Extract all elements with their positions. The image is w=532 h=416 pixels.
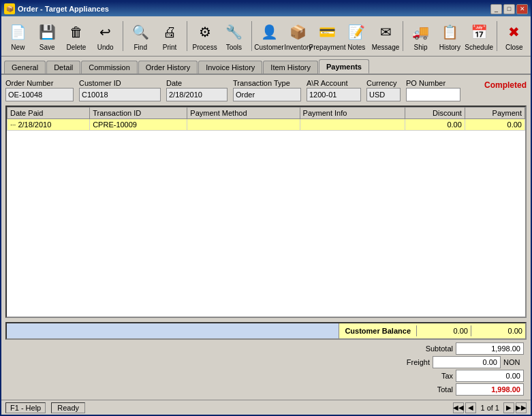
close-label: Close [505, 44, 523, 51]
prepayment-label: Prepayment [309, 44, 346, 51]
cell-date-paid-value: 2/18/2010 [18, 121, 51, 129]
total-input[interactable] [456, 383, 524, 396]
transaction-type-input[interactable] [233, 88, 301, 101]
process-button[interactable]: ⚙ Process [191, 18, 219, 54]
schedule-icon: 📅 [468, 21, 490, 43]
schedule-label: Schedule [465, 44, 493, 51]
subtotal-label: Subtotal [412, 345, 453, 353]
inventory-button[interactable]: 📦 Inventory [284, 18, 312, 54]
tax-input[interactable] [456, 370, 524, 382]
tab-detail[interactable]: Detail [46, 61, 80, 74]
notes-button[interactable]: 📝 Notes [343, 18, 371, 54]
form-labels-row: Order Number Customer ID Date Transactio… [5, 79, 478, 101]
undo-icon: ↩ [95, 21, 116, 43]
message-button[interactable]: ✉ Message [372, 18, 400, 54]
customer-id-input[interactable] [79, 88, 161, 101]
main-content: Order Number Customer ID Date Transactio… [1, 74, 531, 400]
prepayment-button[interactable]: 💳 Prepayment [313, 18, 341, 54]
window-close-button[interactable]: ✕ [516, 4, 528, 14]
ar-account-label: A\R Account [307, 79, 361, 87]
payments-table: Date Paid Transaction ID Payment Method … [7, 107, 525, 131]
tab-item-history[interactable]: Item History [263, 61, 318, 74]
summary-area: Subtotal Freight NON Tax Total [5, 342, 527, 396]
new-icon: 📄 [7, 21, 29, 43]
tools-label: Tools [226, 44, 242, 51]
cell-payment-info [300, 119, 405, 131]
delete-button[interactable]: 🗑 Delete [63, 18, 91, 54]
currency-group: Currency [366, 79, 401, 101]
po-number-label: PO Number [406, 79, 460, 87]
footer-area: Customer Balance 0.00 0.00 Subtotal Frei… [5, 322, 527, 396]
tools-button[interactable]: 🔧 Tools [220, 18, 248, 54]
tab-commission[interactable]: Commission [81, 61, 138, 74]
find-icon: 🔍 [129, 21, 151, 43]
customer-button[interactable]: 👤 Customer [255, 18, 283, 54]
history-button[interactable]: 📋 History [436, 18, 464, 54]
tab-order-history[interactable]: Order History [138, 61, 198, 74]
status-bar: F1 - Help Ready ◀◀ ◀ 1 of 1 ▶ ▶▶ [1, 400, 531, 415]
window-title: Order - Target Appliances [18, 5, 109, 13]
transaction-type-label: Transaction Type [233, 79, 301, 87]
tab-payments[interactable]: Payments [319, 59, 369, 74]
tab-invoice-history[interactable]: Invoice History [198, 61, 262, 74]
toolbar-sep-4 [403, 21, 403, 51]
delete-icon: 🗑 [65, 21, 87, 43]
po-number-input[interactable] [406, 88, 460, 101]
tab-general[interactable]: General [4, 61, 46, 74]
balance-scrollbar[interactable] [7, 323, 339, 338]
close-icon: ✖ [503, 21, 525, 43]
freight-input[interactable] [433, 356, 501, 368]
maximize-button[interactable]: □ [503, 4, 515, 14]
new-button[interactable]: 📄 New [4, 18, 32, 54]
order-number-label: Order Number [5, 79, 74, 87]
ship-icon: 🚚 [410, 21, 432, 43]
table-row[interactable]: ··· 2/18/2010 CPRE-10009 0.00 0.00 [7, 119, 525, 131]
toolbar-sep-3 [251, 21, 252, 51]
find-button[interactable]: 🔍 Find [127, 18, 155, 54]
save-icon: 💾 [36, 21, 58, 43]
nav-prev-button[interactable]: ◀ [465, 402, 476, 413]
customer-id-group: Customer ID [79, 79, 161, 101]
toolbar: 📄 New 💾 Save 🗑 Delete ↩ Undo 🔍 Find 🖨 Pr… [1, 16, 531, 57]
col-payment: Payment [465, 108, 525, 119]
message-icon: ✉ [375, 21, 396, 43]
notes-label: Notes [347, 44, 365, 51]
col-payment-info: Payment Info [300, 108, 405, 119]
minimize-button[interactable]: _ [490, 4, 502, 14]
po-number-group: PO Number [406, 79, 460, 101]
status-text: Ready [51, 402, 85, 413]
print-label: Print [163, 44, 177, 51]
ship-button[interactable]: 🚚 Ship [407, 18, 435, 54]
currency-input[interactable] [366, 88, 401, 101]
help-text: F1 - Help [5, 402, 46, 413]
tools-icon: 🔧 [223, 21, 245, 43]
new-label: New [11, 44, 25, 51]
order-number-input[interactable] [5, 88, 74, 101]
save-button[interactable]: 💾 Save [33, 18, 61, 54]
toolbar-sep-2 [187, 21, 187, 51]
subtotal-row: Subtotal [412, 342, 524, 355]
balance-value-2: 0.00 [471, 325, 525, 336]
nav-next-button[interactable]: ▶ [503, 402, 514, 413]
customer-balance-row: Customer Balance 0.00 0.00 [5, 322, 527, 340]
print-button[interactable]: 🖨 Print [156, 18, 184, 54]
toolbar-sep-5 [497, 21, 497, 51]
nav-last-button[interactable]: ▶▶ [516, 402, 527, 413]
title-bar: 📦 Order - Target Appliances _ □ ✕ [1, 1, 531, 16]
customer-icon: 👤 [258, 21, 280, 43]
date-input[interactable] [166, 88, 228, 101]
close-button[interactable]: ✖ Close [500, 18, 528, 54]
undo-button[interactable]: ↩ Undo [91, 18, 119, 54]
row-indicator: ··· [10, 121, 16, 129]
status-badge: Completed [484, 80, 527, 90]
tabs-area: General Detail Commission Order History … [1, 57, 531, 74]
schedule-button[interactable]: 📅 Schedule [465, 18, 493, 54]
ar-account-input[interactable] [307, 88, 361, 101]
customer-id-label: Customer ID [79, 79, 161, 87]
col-payment-method: Payment Method [187, 108, 300, 119]
form-fields: Order Number Customer ID Date Transactio… [5, 79, 478, 101]
cell-transaction-id: CPRE-10009 [90, 119, 187, 131]
nav-first-button[interactable]: ◀◀ [453, 402, 464, 413]
subtotal-input[interactable] [456, 342, 524, 355]
title-bar-controls: _ □ ✕ [490, 4, 528, 14]
